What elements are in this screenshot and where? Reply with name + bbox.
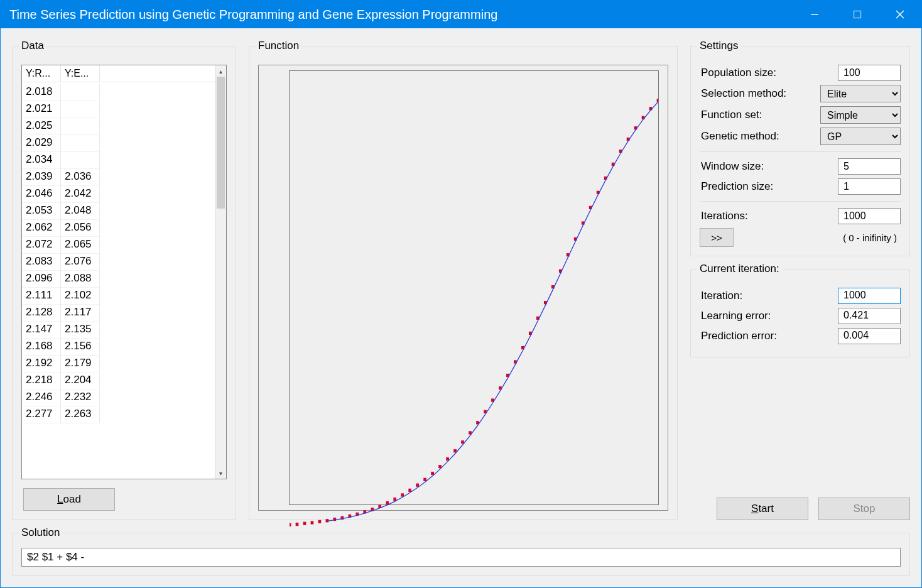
svg-rect-7 bbox=[311, 521, 314, 524]
svg-rect-20 bbox=[408, 489, 411, 492]
table-cell: 2.048 bbox=[61, 203, 100, 220]
run-buttons: Start Stop bbox=[690, 498, 910, 520]
close-button[interactable] bbox=[879, 1, 921, 28]
table-row[interactable]: 2.0722.065 bbox=[22, 237, 215, 254]
svg-rect-22 bbox=[423, 478, 426, 481]
table-row[interactable]: 2.0832.076 bbox=[22, 254, 215, 271]
close-icon bbox=[896, 10, 904, 19]
data-scrollbar[interactable]: ▴ ▾ bbox=[215, 65, 226, 479]
table-row[interactable]: 2.029 bbox=[22, 135, 215, 152]
learnerr-value: 0.421 bbox=[838, 308, 901, 324]
divider bbox=[700, 201, 901, 202]
table-row[interactable]: 2.1682.156 bbox=[22, 339, 215, 356]
table-cell bbox=[61, 152, 100, 169]
population-label: Population size: bbox=[700, 67, 838, 79]
svg-rect-53 bbox=[657, 99, 658, 102]
table-cell: 2.025 bbox=[22, 118, 61, 135]
iterations-input[interactable] bbox=[838, 208, 901, 224]
table-row[interactable]: 2.0622.056 bbox=[22, 220, 215, 237]
iteration-value: 1000 bbox=[838, 288, 901, 304]
table-cell: 2.042 bbox=[61, 186, 100, 203]
table-cell: 2.053 bbox=[22, 203, 61, 220]
table-row[interactable]: 2.018 bbox=[22, 84, 215, 101]
skip-button[interactable]: >> bbox=[700, 228, 734, 247]
table-cell: 2.036 bbox=[61, 169, 100, 186]
table-cell: 2.072 bbox=[22, 237, 61, 254]
table-row[interactable]: 2.034 bbox=[22, 152, 215, 169]
table-row[interactable]: 2.1282.117 bbox=[22, 305, 215, 322]
table-cell: 2.096 bbox=[22, 271, 61, 288]
table-row[interactable]: 2.1922.179 bbox=[22, 356, 215, 373]
start-button[interactable]: Start bbox=[717, 498, 808, 520]
table-cell: 2.128 bbox=[22, 305, 61, 322]
data-rows: 2.0182.0212.0252.0292.0342.0392.0362.046… bbox=[22, 84, 215, 479]
table-row[interactable]: 2.2462.232 bbox=[22, 389, 215, 406]
functionset-label: Function set: bbox=[700, 109, 820, 121]
table-cell: 2.102 bbox=[61, 288, 100, 305]
data-legend: Data bbox=[19, 40, 46, 52]
chart-svg bbox=[290, 71, 658, 528]
table-cell: 2.117 bbox=[61, 305, 100, 322]
table-row[interactable]: 2.0462.042 bbox=[22, 186, 215, 203]
table-row[interactable]: 2.1112.102 bbox=[22, 288, 215, 305]
table-row[interactable]: 2.0392.036 bbox=[22, 169, 215, 186]
table-cell: 2.076 bbox=[61, 254, 100, 271]
table-cell: 2.135 bbox=[61, 322, 100, 339]
selection-select[interactable]: Elite bbox=[820, 85, 901, 102]
predictionsize-input[interactable] bbox=[838, 178, 901, 195]
selection-label: Selection method: bbox=[700, 87, 820, 100]
window-title: Time Series Prediction using Genetic Pro… bbox=[9, 8, 793, 22]
table-row[interactable]: 2.0532.048 bbox=[22, 203, 215, 220]
svg-rect-21 bbox=[416, 484, 419, 487]
table-cell: 2.192 bbox=[22, 356, 61, 373]
settings-panel: Settings Population size: Selection meth… bbox=[690, 40, 910, 256]
load-mnemonic: L bbox=[57, 493, 63, 505]
table-row[interactable]: 2.2772.263 bbox=[22, 406, 215, 423]
solution-input[interactable] bbox=[21, 548, 901, 567]
table-cell: 2.156 bbox=[61, 339, 100, 356]
load-button[interactable]: Load bbox=[23, 488, 115, 511]
scroll-thumb[interactable] bbox=[217, 77, 225, 209]
iterations-note: ( 0 - inifinity ) bbox=[843, 232, 901, 243]
table-row[interactable]: 2.021 bbox=[22, 101, 215, 118]
minimize-button[interactable] bbox=[793, 1, 836, 28]
col-header-2[interactable]: Y:E... bbox=[61, 65, 100, 82]
iterations-label: Iterations: bbox=[700, 210, 838, 222]
col-header-1[interactable]: Y:R... bbox=[22, 65, 61, 82]
table-row[interactable]: 2.025 bbox=[22, 118, 215, 135]
table-cell: 2.062 bbox=[22, 220, 61, 237]
table-row[interactable]: 2.2182.204 bbox=[22, 373, 215, 389]
table-cell: 2.246 bbox=[22, 389, 61, 406]
table-cell: 2.263 bbox=[61, 406, 100, 423]
method-select[interactable]: GP bbox=[820, 128, 901, 145]
table-row[interactable]: 2.0962.088 bbox=[22, 271, 215, 288]
window-input[interactable] bbox=[838, 158, 901, 175]
maximize-button[interactable] bbox=[836, 1, 879, 28]
data-headers: Y:R... Y:E... bbox=[22, 65, 226, 82]
window-label: Window size: bbox=[700, 160, 838, 173]
table-cell: 2.168 bbox=[22, 339, 61, 356]
table-cell: 2.046 bbox=[22, 186, 61, 203]
table-cell: 2.147 bbox=[22, 322, 61, 339]
scroll-down-icon[interactable]: ▾ bbox=[215, 467, 226, 479]
settings-legend: Settings bbox=[697, 40, 740, 52]
table-cell bbox=[61, 84, 100, 101]
population-input[interactable] bbox=[838, 65, 901, 81]
scroll-up-icon[interactable]: ▴ bbox=[215, 65, 226, 77]
table-cell: 2.018 bbox=[22, 84, 61, 101]
table-row[interactable]: 2.1472.135 bbox=[22, 322, 215, 339]
svg-rect-1 bbox=[854, 11, 861, 18]
functionset-select[interactable]: Simple bbox=[820, 106, 901, 124]
titlebar: Time Series Prediction using Genetic Pro… bbox=[1, 1, 921, 28]
maximize-icon bbox=[853, 10, 862, 19]
table-cell: 2.232 bbox=[61, 389, 100, 406]
table-cell: 2.034 bbox=[22, 152, 61, 169]
chart-frame bbox=[258, 65, 668, 511]
stop-button[interactable]: Stop bbox=[818, 498, 910, 520]
content-area: Data Y:R... Y:E... 2.0182.0212.0252.0292… bbox=[1, 28, 921, 587]
data-table[interactable]: Y:R... Y:E... 2.0182.0212.0252.0292.0342… bbox=[21, 65, 227, 479]
table-cell bbox=[61, 135, 100, 152]
solution-panel: Solution bbox=[12, 526, 910, 576]
table-cell: 2.179 bbox=[61, 356, 100, 373]
table-cell: 2.056 bbox=[61, 220, 100, 237]
